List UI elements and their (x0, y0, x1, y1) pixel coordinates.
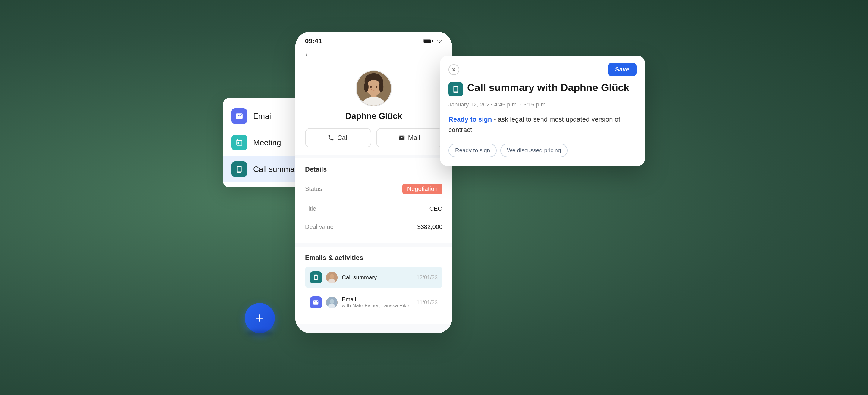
activity-email-avatar (326, 297, 338, 308)
phone-mockup: 09:41 ‹ (296, 32, 452, 333)
activity-email-date: 11/01/23 (416, 299, 438, 306)
tag-ready-to-sign[interactable]: Ready to sign (448, 144, 497, 157)
status-time: 09:41 (305, 37, 322, 45)
card-tags: Ready to sign We discussed pricing (448, 144, 637, 157)
status-badge: Negotiation (402, 184, 442, 194)
mail-button[interactable]: Mail (376, 128, 442, 147)
tag-discussed-pricing[interactable]: We discussed pricing (500, 144, 567, 157)
activities-section: Emails & activities (296, 247, 452, 324)
svg-rect-1 (424, 39, 431, 43)
save-button[interactable]: Save (608, 63, 637, 76)
activity-email-info: Email with Nate Fisher, Larissa Piker (342, 296, 412, 309)
svg-point-13 (330, 274, 334, 279)
deal-value: $382,000 (417, 223, 442, 231)
ready-to-sign-text: Ready to sign (448, 116, 492, 123)
svg-point-16 (330, 299, 334, 304)
details-section: Details Status Negotiation Title CEO Dea… (296, 158, 452, 243)
activity-email-icon (310, 296, 322, 308)
svg-point-6 (364, 82, 369, 92)
status-icons (423, 39, 442, 43)
status-row: Status Negotiation (305, 178, 442, 200)
title-value: CEO (430, 205, 442, 212)
activity-call-info: Call summary (342, 274, 412, 281)
call-label: Call (337, 134, 349, 142)
card-datetime: January 12, 2023 4:45 p.m. - 5:15 p.m. (448, 101, 637, 108)
activity-call-avatar (326, 272, 338, 283)
svg-point-10 (370, 86, 372, 88)
deal-value-row: Deal value $382,000 (305, 218, 442, 236)
activity-email-name: Email (342, 296, 412, 303)
callsummary-label: Call summary (253, 164, 301, 174)
meeting-label: Meeting (253, 138, 281, 147)
nav-bar: ‹ ··· (296, 47, 452, 64)
title-label: Title (305, 205, 316, 212)
email-label: Email (253, 112, 273, 121)
avatar (355, 70, 392, 107)
card-title: Call summary with Daphne Glück (467, 81, 629, 94)
svg-point-11 (376, 86, 378, 88)
callsummary-action-icon (231, 161, 247, 177)
close-icon (452, 67, 456, 72)
contact-actions: Call Mail (296, 128, 452, 155)
activity-email-sub: with Nate Fisher, Larissa Piker (342, 303, 412, 309)
card-header: Save (440, 56, 645, 81)
back-button[interactable]: ‹ (305, 50, 307, 59)
meeting-action-icon (231, 135, 247, 150)
call-button[interactable]: Call (305, 128, 371, 147)
status-bar: 09:41 (296, 32, 452, 47)
details-title: Details (305, 165, 442, 173)
wifi-icon (436, 39, 442, 43)
profile-section: Daphne Glück (296, 64, 452, 128)
contact-name: Daphne Glück (345, 111, 402, 121)
activity-call[interactable]: Call summary 12/01/23 (305, 267, 442, 288)
svg-point-7 (379, 82, 383, 92)
mail-label: Mail (408, 134, 420, 142)
card-content: Call summary with Daphne Glück January 1… (440, 81, 645, 166)
fab-button[interactable] (245, 303, 275, 333)
call-summary-card: Save Call summary with Daphne Glück Janu… (440, 56, 645, 166)
activity-call-name: Call summary (342, 274, 412, 281)
card-description: Ready to sign - ask legal to send most u… (448, 114, 637, 135)
phone-icon (328, 134, 334, 141)
card-phone-icon (448, 82, 463, 96)
mail-icon (398, 134, 405, 141)
more-button[interactable]: ··· (434, 50, 442, 59)
activities-title: Emails & activities (305, 254, 442, 262)
deal-label: Deal value (305, 223, 334, 231)
status-label: Status (305, 185, 322, 192)
svg-rect-2 (433, 40, 433, 42)
battery-icon (423, 39, 433, 43)
close-button[interactable] (448, 64, 459, 75)
title-row: Title CEO (305, 200, 442, 218)
card-title-row: Call summary with Daphne Glück (448, 81, 637, 96)
email-action-icon (231, 108, 247, 124)
activity-email[interactable]: Email with Nate Fisher, Larissa Piker 11… (305, 291, 442, 313)
activity-call-icon (310, 271, 322, 283)
activity-call-date: 12/01/23 (416, 274, 438, 281)
